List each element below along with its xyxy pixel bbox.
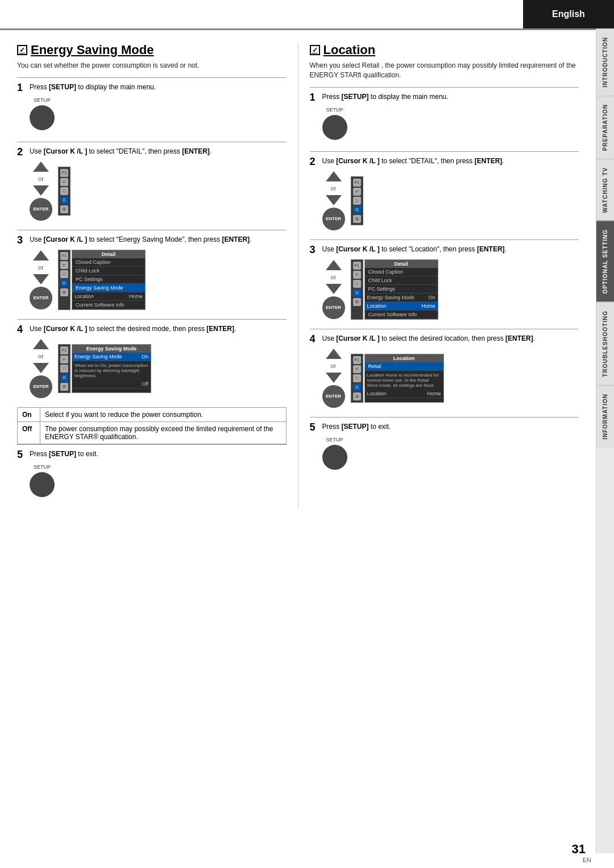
loc-item-esm: Energy Saving ModeOn <box>365 294 438 302</box>
loc-menu-mock-4: F1 ↵ □ ⊡ ⊞ Location Retail Location Home… <box>351 354 444 403</box>
loc-submenu-3: Detail Closed Caption Child Lock PC Sett… <box>364 259 438 320</box>
step-text-4: Use [Cursor K /L ] to select the desired… <box>30 324 236 334</box>
menu-icon-4-3: □ <box>60 365 68 373</box>
loc-arrow-up-3 <box>326 260 342 270</box>
menu-icon-3: □ <box>60 187 68 195</box>
loc-step-num-3: 3 <box>310 245 319 255</box>
step-3-illustration: or ENTER F1 ↵ □ ⊡ ⊞ <box>30 250 287 310</box>
loc-step-num-5: 5 <box>310 422 319 432</box>
mode-off-desc: The power consumption may possibly excee… <box>40 421 287 444</box>
or-text-4: or <box>38 353 44 359</box>
top-divider <box>0 28 596 30</box>
menu-icon-1: F1 <box>60 169 68 177</box>
step-num-4: 4 <box>17 324 26 334</box>
loc-icon-4-3: □ <box>353 374 361 382</box>
loc-item-cc: Closed Caption <box>365 268 438 276</box>
page-number: 31 <box>572 842 586 857</box>
or-text-3: or <box>38 264 44 271</box>
setup-label-5: SETUP <box>30 464 55 470</box>
menu-title-esm: Energy Saving Mode <box>72 345 151 353</box>
menu-item-csi: Current Software Info <box>72 301 145 309</box>
menu-icon-3-4: ⊡ <box>60 279 68 287</box>
menu-item-cc: Closed Caption <box>72 258 145 267</box>
loc-icon-4-4: ⊡ <box>353 383 361 391</box>
loc-icon-3-4: ⊡ <box>353 289 361 297</box>
loc-icon-2-3: □ <box>353 197 361 205</box>
step-4-illustration: or ENTER F1 ↵ □ ⊡ ⊞ <box>30 339 287 398</box>
location-section: ✓ Location When you select Retail , the … <box>298 43 579 509</box>
sidebar-tab-watching[interactable]: WATCHING TV <box>596 159 614 221</box>
step-num-1: 1 <box>17 82 26 93</box>
energy-saving-desc: You can set whether the power consumptio… <box>17 61 287 71</box>
location-step-1: 1 Press [SETUP] to display the main menu… <box>310 87 579 142</box>
setup-button-r1 <box>322 115 347 140</box>
esm-menu-mock-4: F1 ↵ □ ⊡ ⊞ Energy Saving Mode Energy Sav… <box>58 344 151 393</box>
energy-step-5: 5 Press [SETUP] to exit. SETUP <box>17 444 287 499</box>
loc-step-4-illustration: or ENTER F1 ↵ □ ⊡ ⊞ <box>322 349 579 408</box>
menu-icon-3-1: F1 <box>60 252 68 260</box>
loc-step-text-2: Use [Cursor K /L ] to select "DETAIL", t… <box>322 156 504 166</box>
setup-button-5 <box>30 472 55 497</box>
step-num-5: 5 <box>17 449 26 460</box>
loc-step-text-4: Use [Cursor K /L ] to select the desired… <box>322 334 536 344</box>
loc-step-2-illustration: or ENTER F1 ↵ □ ⊡ ⊞ <box>322 171 579 230</box>
loc-submenu-4: Location Retail Location Home is recomme… <box>364 354 444 403</box>
menu-icon-4: ⊡ <box>60 196 68 204</box>
energy-step-2: 2 Use [Cursor K /L ] to select "DETAIL",… <box>17 142 287 221</box>
menu-icon-3-2: ↵ <box>60 261 68 269</box>
sidebar-tab-information[interactable]: INFORMATION <box>596 385 614 448</box>
location-title: ✓ Location <box>310 43 579 57</box>
loc-icon-2-4: ⊡ <box>353 206 361 214</box>
loc-item-location: LocationHome <box>365 302 438 311</box>
main-content: ✓ Energy Saving Mode You can set whether… <box>0 31 596 531</box>
enter-button-4: ENTER <box>30 375 52 398</box>
setup-label-r5: SETUP <box>322 437 347 443</box>
menu-icon-5: ⊞ <box>60 205 68 213</box>
loc-step-text-3: Use [Cursor K /L ] to select "Location",… <box>322 245 507 254</box>
loc-icon-2-2: ↵ <box>353 188 361 196</box>
loc-icon-2-5: ⊞ <box>353 215 361 223</box>
location-step-2: 2 Use [Cursor K /L ] to select "DETAIL",… <box>310 151 579 230</box>
loc-enter-3: ENTER <box>322 296 345 319</box>
setup-label-1: SETUP <box>30 97 55 103</box>
step-text-1: Press [SETUP] to display the main menu. <box>30 82 156 92</box>
loc-arrow-up-4 <box>326 349 342 359</box>
loc-menu-title-3: Detail <box>365 260 438 268</box>
menu-item-cl: Child Lock <box>72 267 145 275</box>
loc-icon-2-1: F1 <box>353 179 361 187</box>
checkbox-icon-energy: ✓ <box>17 45 27 55</box>
mode-off-label: Off <box>18 421 40 444</box>
menu-icon-4-4: ⊡ <box>60 374 68 382</box>
loc-step-num-2: 2 <box>310 156 319 167</box>
right-sidebar: INTRODUCTION PREPARATION WATCHING TV OPT… <box>596 28 614 853</box>
sidebar-tab-optional[interactable]: OPTIONAL SETTING <box>596 221 614 302</box>
loc-or-4: or <box>331 362 337 369</box>
menu-icon-3-5: ⊞ <box>60 288 68 296</box>
energy-saving-section: ✓ Energy Saving Mode You can set whether… <box>17 43 298 509</box>
loc-icon-3-1: F1 <box>353 262 361 270</box>
arrow-down-icon-3 <box>33 274 49 284</box>
loc-item-pc: PC Settings <box>365 285 438 294</box>
location-desc: When you select Retail , the power consu… <box>310 61 579 80</box>
esm-off: Off <box>72 380 151 388</box>
energy-step-4: 4 Use [Cursor K /L ] to select the desir… <box>17 319 287 398</box>
loc-step-text-1: Press [SETUP] to display the main menu. <box>322 92 449 102</box>
language-bar: English <box>523 0 614 28</box>
sidebar-tab-introduction[interactable]: INTRODUCTION <box>596 28 614 96</box>
loc-retail: Retail <box>365 362 443 371</box>
menu-icon-4-5: ⊞ <box>60 383 68 391</box>
step-num-2: 2 <box>17 147 26 157</box>
loc-step-3-illustration: or ENTER F1 ↵ □ ⊡ ⊞ <box>322 259 579 320</box>
checkbox-icon-location: ✓ <box>310 45 320 55</box>
arrow-down-icon-4 <box>33 363 49 373</box>
arrow-up-icon-4 <box>33 339 49 349</box>
loc-or-3: or <box>331 274 337 280</box>
location-step-4: 4 Use [Cursor K /L ] to select the desir… <box>310 329 579 408</box>
loc-icon-4-1: F1 <box>353 356 361 364</box>
menu-item-esm: Energy Saving Mode <box>72 284 145 292</box>
sidebar-tab-troubleshooting[interactable]: TROUBLESHOOTING <box>596 302 614 385</box>
sidebar-tab-preparation[interactable]: PREPARATION <box>596 96 614 159</box>
menu-icon-2: ↵ <box>60 178 68 186</box>
mode-on-desc: Select if you want to reduce the power c… <box>40 407 287 421</box>
location-step-3: 3 Use [Cursor K /L ] to select "Location… <box>310 239 579 320</box>
